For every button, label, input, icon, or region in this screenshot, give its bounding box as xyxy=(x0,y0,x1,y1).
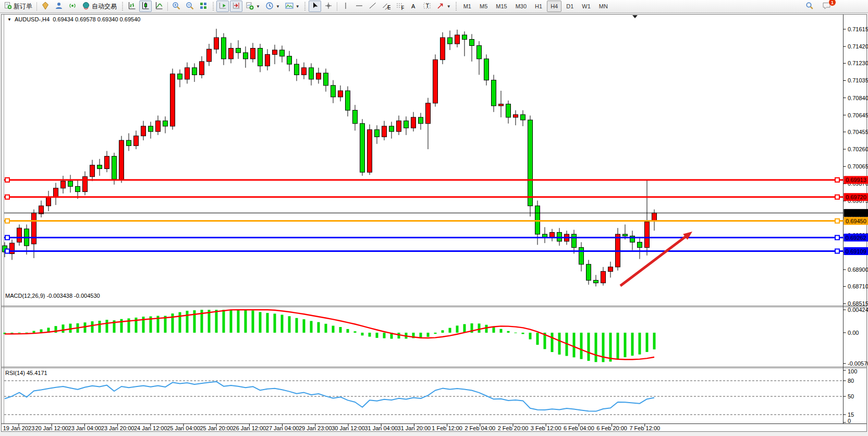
macd-histogram-bar xyxy=(18,333,21,333)
market-watch-button[interactable] xyxy=(39,1,52,12)
timeframe-button-m1[interactable]: M1 xyxy=(460,1,475,12)
channel-tool-button[interactable]: E xyxy=(380,1,393,12)
timeframe-button-m30[interactable]: M30 xyxy=(512,1,530,12)
candle xyxy=(134,136,139,146)
line-chart-button[interactable] xyxy=(153,1,165,12)
symbol-dropdown-icon[interactable]: ▼ xyxy=(7,17,11,22)
macd-histogram-bar xyxy=(288,316,291,333)
vertical-line-tool-button[interactable] xyxy=(339,1,352,12)
time-tick-label: 26 Jan 12:00 xyxy=(233,425,266,431)
chart-shift-button[interactable] xyxy=(230,1,242,12)
clock-icon xyxy=(265,2,274,11)
line-handle xyxy=(5,178,9,182)
candle xyxy=(492,80,496,106)
candle xyxy=(83,177,88,192)
timeframe-button-m15[interactable]: M15 xyxy=(492,1,510,12)
candle xyxy=(426,103,431,124)
toolbar-separator xyxy=(337,2,337,11)
toolbar-grip[interactable] xyxy=(121,2,124,10)
horizontal-line-icon xyxy=(355,2,363,11)
fibonacci-tool-button[interactable]: F xyxy=(394,1,406,12)
new-order-button[interactable]: 新订单 xyxy=(2,1,34,12)
macd-histogram-bar xyxy=(354,331,357,333)
candle xyxy=(404,121,409,128)
candle xyxy=(462,35,467,39)
timeframe-button-w1[interactable]: W1 xyxy=(578,1,594,12)
macd-axis-label: 0.004243 xyxy=(848,307,868,313)
line-handle xyxy=(835,195,839,199)
candle xyxy=(141,126,146,136)
svg-text:A: A xyxy=(411,3,415,9)
macd-histogram-bar xyxy=(26,333,28,333)
svg-text:E: E xyxy=(387,4,390,10)
tile-windows-icon xyxy=(199,2,207,11)
timeframe-button-h1[interactable]: H1 xyxy=(531,1,546,12)
candle xyxy=(68,181,73,186)
candle xyxy=(594,280,598,283)
timeframe-button-m5[interactable]: M5 xyxy=(476,1,491,12)
auto-scroll-button[interactable] xyxy=(216,1,229,12)
auto-trading-button[interactable]: 自动交易 xyxy=(80,1,119,12)
toolbar-grip[interactable] xyxy=(304,2,307,10)
macd-histogram-bar xyxy=(69,324,72,333)
candlestick-chart-icon xyxy=(141,2,150,11)
signal-icon xyxy=(68,2,77,11)
candle xyxy=(586,264,591,281)
timeframe-button-d1[interactable]: D1 xyxy=(563,1,577,12)
zoom-in-button[interactable] xyxy=(170,1,182,12)
macd-histogram-bar xyxy=(325,324,327,333)
price-tick-label: 0.71230 xyxy=(848,60,868,66)
candle xyxy=(222,38,226,59)
candle xyxy=(448,38,453,44)
zoom-out-button[interactable] xyxy=(184,1,196,12)
line-handle xyxy=(5,249,9,253)
macd-histogram-bar xyxy=(281,315,284,333)
bar-chart-button[interactable] xyxy=(126,1,138,12)
line-chart-icon xyxy=(155,2,163,11)
candle xyxy=(397,121,401,131)
cursor-tool-button[interactable] xyxy=(309,1,321,12)
period-menu-button[interactable]: ▼ xyxy=(263,1,282,12)
toolbar-grip[interactable] xyxy=(455,2,458,10)
chat-button[interactable]: 1 xyxy=(820,1,833,12)
timeframe-button-mn[interactable]: MN xyxy=(595,1,612,12)
candle xyxy=(389,126,394,131)
macd-histogram-bar xyxy=(310,321,313,332)
macd-histogram-bar xyxy=(478,323,481,333)
price-label-text: 0.69913 xyxy=(846,177,866,183)
chart-canvas[interactable]: 0.716150.714200.712300.710350.708400.706… xyxy=(0,0,868,436)
timeframe-button-h4[interactable]: H4 xyxy=(547,1,561,12)
candle xyxy=(535,206,540,234)
toolbar-grip[interactable] xyxy=(212,2,214,10)
chart-title[interactable]: ▼ AUDUSD-,H4 0.69434 0.69578 0.69340 0.6… xyxy=(7,16,140,22)
macd-histogram-bar xyxy=(230,310,233,333)
price-tick-label: 0.68710 xyxy=(848,283,868,289)
crosshair-tool-button[interactable] xyxy=(322,1,335,12)
line-handle xyxy=(835,236,839,240)
trendline-tool-button[interactable] xyxy=(366,1,379,12)
macd-histogram-bar xyxy=(84,322,87,333)
candlestick-chart-button[interactable] xyxy=(139,1,152,12)
new-chart-button[interactable]: ▼ xyxy=(243,1,262,12)
candle xyxy=(170,74,175,126)
candle xyxy=(280,50,285,56)
macd-histogram-bar xyxy=(244,310,247,333)
candle xyxy=(214,38,219,49)
tile-windows-button[interactable] xyxy=(197,1,210,12)
horizontal-line-tool-button[interactable] xyxy=(353,1,365,12)
profile-button[interactable] xyxy=(53,1,65,12)
candle xyxy=(46,197,51,206)
time-tick-label: 31 Jan 20:00 xyxy=(398,425,431,431)
text-label-tool-button[interactable]: T xyxy=(421,1,433,12)
candle xyxy=(229,49,234,59)
text-tool-button[interactable]: A xyxy=(407,1,420,12)
templates-button[interactable]: ▼ xyxy=(283,1,302,12)
search-button[interactable] xyxy=(803,1,816,12)
candle xyxy=(441,38,445,59)
signals-button[interactable] xyxy=(66,1,79,12)
candle xyxy=(287,56,292,64)
price-tick-label: 0.71420 xyxy=(848,43,868,50)
price-tick-label: 0.70455 xyxy=(848,129,868,135)
arrows-tool-button[interactable]: ▼ xyxy=(434,1,453,12)
candle xyxy=(470,40,474,46)
